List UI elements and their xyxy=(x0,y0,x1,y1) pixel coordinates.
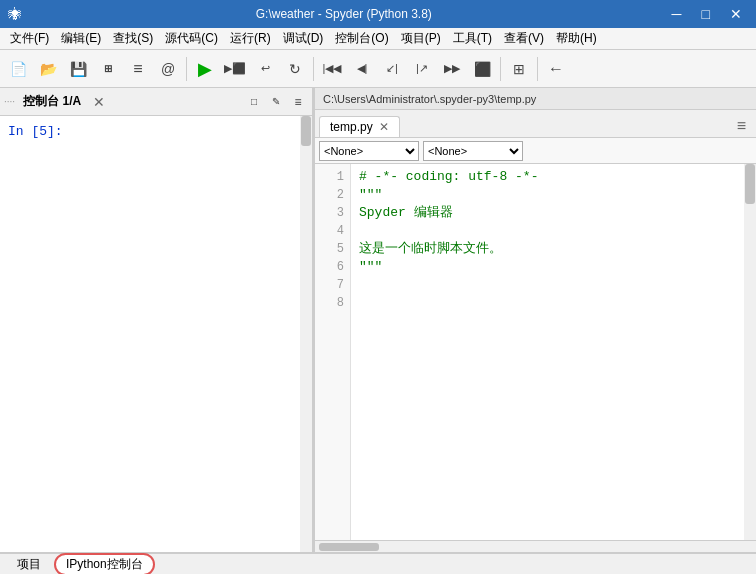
console-vertical-scrollbar[interactable] xyxy=(300,116,312,552)
menu-search[interactable]: 查找(S) xyxy=(107,28,159,49)
toolbar-separator-1 xyxy=(186,57,187,81)
console-prompt: In [5]: xyxy=(8,124,63,139)
main-area: ···· 控制台 1/A ✕ □ ✎ ≡ In [5]: xyxy=(0,88,756,552)
menu-debug[interactable]: 调试(D) xyxy=(277,28,330,49)
list-button[interactable]: ≡ xyxy=(124,55,152,83)
bottom-tabs-bar: 项目 IPython控制台 xyxy=(0,552,756,574)
menu-run[interactable]: 运行(R) xyxy=(224,28,277,49)
at-button[interactable]: @ xyxy=(154,55,182,83)
run-file-icon: ▶⬛ xyxy=(224,62,246,75)
run-icon: ▶ xyxy=(198,58,212,80)
line-num-6: 6 xyxy=(315,258,350,276)
code-line-5: 这是一个临时脚本文件。 xyxy=(359,240,736,258)
tab-project[interactable]: 项目 xyxy=(4,553,54,575)
code-line-8 xyxy=(359,294,736,312)
console-options-button[interactable]: ✎ xyxy=(266,92,286,112)
menu-bar: 文件(F) 编辑(E) 查找(S) 源代码(C) 运行(R) 调试(D) 控制台… xyxy=(0,28,756,50)
save-button[interactable]: 💾 xyxy=(64,55,92,83)
line-num-7: 7 xyxy=(315,276,350,294)
code-line-3: Spyder 编辑器 xyxy=(359,204,736,222)
editor-tabs: temp.py ✕ ≡ xyxy=(315,110,756,138)
tab-ipython-label: IPython控制台 xyxy=(66,557,143,571)
menu-console[interactable]: 控制台(O) xyxy=(329,28,394,49)
close-button[interactable]: ✕ xyxy=(724,4,748,24)
code-line-2: """ xyxy=(359,186,736,204)
menu-tools[interactable]: 工具(T) xyxy=(447,28,498,49)
line-num-1: 1 xyxy=(315,168,350,186)
new-file-button[interactable]: 📄 xyxy=(4,55,32,83)
save-icon: 💾 xyxy=(70,61,87,77)
debug-out-button[interactable]: |↗ xyxy=(408,55,436,83)
debug-into-icon: ↙| xyxy=(386,62,398,75)
code-line-1: # -*- coding: utf-8 -*- xyxy=(359,168,736,186)
selector-right[interactable]: <None> xyxy=(423,141,523,161)
extra-button[interactable]: ⊞ xyxy=(505,55,533,83)
code-editor[interactable]: # -*- coding: utf-8 -*- """ Spyder 编辑器 这… xyxy=(351,164,744,540)
console-lock-button[interactable]: □ xyxy=(244,92,264,112)
console-panel-title: 控制台 1/A xyxy=(19,91,85,112)
selector-left[interactable]: <None> xyxy=(319,141,419,161)
panel-drag-handle: ···· xyxy=(4,96,15,107)
menu-file[interactable]: 文件(F) xyxy=(4,28,55,49)
console-scroll-area: In [5]: xyxy=(0,116,312,552)
save-all-icon: ⊞ xyxy=(104,63,112,74)
list-icon: ≡ xyxy=(133,60,142,78)
debug-stop-icon: ⬛ xyxy=(474,61,491,77)
debug-out-icon: |↗ xyxy=(416,62,428,75)
minimize-button[interactable]: ─ xyxy=(666,4,688,24)
pencil-icon: ✎ xyxy=(272,96,280,107)
tab-ipython-console[interactable]: IPython控制台 xyxy=(54,553,155,575)
console-close-button[interactable]: ✕ xyxy=(89,93,109,111)
at-icon: @ xyxy=(161,61,175,77)
editor-horizontal-scrollbar[interactable] xyxy=(315,540,756,552)
file-path-bar: C:\Users\Administrator\.spyder-py3\temp.… xyxy=(315,88,756,110)
editor-selectors: <None> <None> xyxy=(315,138,756,164)
tab-close-button[interactable]: ✕ xyxy=(379,120,389,134)
editor-vertical-scrollbar[interactable] xyxy=(744,164,756,540)
toolbar-separator-4 xyxy=(537,57,538,81)
code-line-7 xyxy=(359,276,736,294)
run-button[interactable]: ▶ xyxy=(191,55,219,83)
run-selection-button[interactable]: ↩ xyxy=(251,55,279,83)
editor-tab-temp[interactable]: temp.py ✕ xyxy=(319,116,400,137)
console-content[interactable]: In [5]: xyxy=(0,116,300,147)
menu-source[interactable]: 源代码(C) xyxy=(159,28,224,49)
debug-into-button[interactable]: ↙| xyxy=(378,55,406,83)
line-num-2: 2 xyxy=(315,186,350,204)
left-panel: ···· 控制台 1/A ✕ □ ✎ ≡ In [5]: xyxy=(0,88,315,552)
toolbar-separator-3 xyxy=(500,57,501,81)
menu-project[interactable]: 项目(P) xyxy=(395,28,447,49)
run-file-button[interactable]: ▶⬛ xyxy=(221,55,249,83)
debug-continue-icon: ▶▶ xyxy=(444,62,460,75)
debug-start-button[interactable]: |◀◀ xyxy=(318,55,346,83)
open-file-icon: 📂 xyxy=(40,61,57,77)
line-num-5: 5 xyxy=(315,240,350,258)
open-file-button[interactable]: 📂 xyxy=(34,55,62,83)
title-icon: 🕷 xyxy=(8,6,22,22)
debug-start-icon: |◀◀ xyxy=(323,62,342,75)
save-all-button[interactable]: ⊞ xyxy=(94,55,122,83)
toolbar: 📄 📂 💾 ⊞ ≡ @ ▶ ▶⬛ ↩ ↻ |◀◀ ◀| ↙| |↗ ▶▶ ⬛ xyxy=(0,50,756,88)
menu-view[interactable]: 查看(V) xyxy=(498,28,550,49)
title-bar: 🕷 G:\weather - Spyder (Python 3.8) ─ □ ✕ xyxy=(0,0,756,28)
menu-help[interactable]: 帮助(H) xyxy=(550,28,603,49)
tab-filename: temp.py xyxy=(330,120,373,134)
debug-continue-button[interactable]: ▶▶ xyxy=(438,55,466,83)
line-numbers: 1 2 3 4 5 6 7 8 xyxy=(315,164,351,540)
file-path-text: C:\Users\Administrator\.spyder-py3\temp.… xyxy=(323,93,536,105)
line-num-4: 4 xyxy=(315,222,350,240)
debug-step-button[interactable]: ◀| xyxy=(348,55,376,83)
back-icon: ← xyxy=(548,60,564,78)
menu-edit[interactable]: 编辑(E) xyxy=(55,28,107,49)
console-menu-button[interactable]: ≡ xyxy=(288,92,308,112)
maximize-button[interactable]: □ xyxy=(696,4,716,24)
editor-options-button[interactable]: ≡ xyxy=(731,115,752,137)
re-run-button[interactable]: ↻ xyxy=(281,55,309,83)
re-run-icon: ↻ xyxy=(289,61,301,77)
title-controls: ─ □ ✕ xyxy=(666,4,748,24)
debug-stop-button[interactable]: ⬛ xyxy=(468,55,496,83)
lock-icon: □ xyxy=(251,96,257,107)
back-button[interactable]: ← xyxy=(542,55,570,83)
line-num-8: 8 xyxy=(315,294,350,312)
line-num-3: 3 xyxy=(315,204,350,222)
